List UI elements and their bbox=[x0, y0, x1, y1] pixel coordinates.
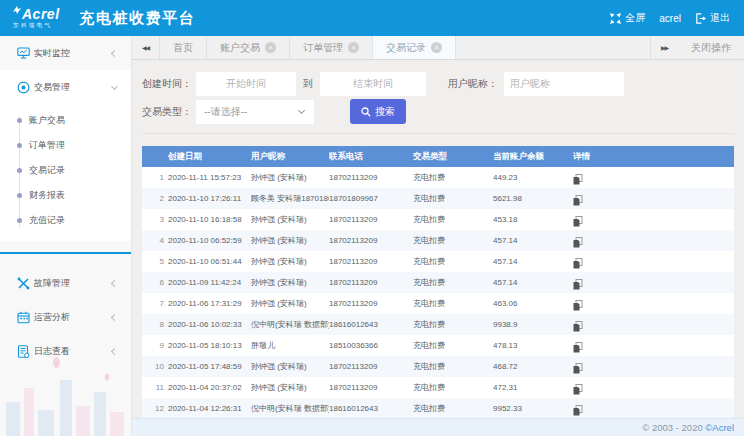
sidebar-item-label: 实时监控 bbox=[34, 47, 70, 60]
sidebar-item-label: 交易管理 bbox=[34, 81, 70, 94]
logo-text: Acrel bbox=[22, 7, 60, 21]
table-row: 8 2020-11-06 10:02:33 倪中明(安科瑞 数据部)18 186… bbox=[142, 314, 734, 335]
nickname-label: 用户昵称： bbox=[448, 77, 498, 91]
charging-billing-platform: Acrel 安科瑞电气 充电桩收费平台 全屏 acrel bbox=[0, 0, 744, 436]
chevron-down-icon bbox=[298, 107, 305, 114]
tab-account-trade[interactable]: 账户交易 × bbox=[207, 36, 290, 59]
fullscreen-label: 全屏 bbox=[625, 11, 645, 25]
tab-transaction-records[interactable]: 交易记录 × bbox=[373, 36, 456, 59]
cell-phone: 18702113209 bbox=[329, 377, 413, 398]
tab-close-icon[interactable]: × bbox=[431, 42, 442, 53]
table-row: 4 2020-11-10 06:52:59 孙钟强 (安科瑞) 18702113… bbox=[142, 230, 734, 251]
row-index: 7 bbox=[142, 293, 168, 314]
transaction-type-select[interactable]: --请选择-- bbox=[196, 100, 314, 124]
cell-date: 2020-11-06 10:02:33 bbox=[168, 314, 251, 335]
cell-date: 2020-11-11 15:57:23 bbox=[168, 167, 251, 188]
sidebar-item-operation-analysis[interactable]: 运营分析 bbox=[0, 300, 131, 334]
page-title: 充电桩收费平台 bbox=[80, 9, 196, 28]
cell-type: 充电扣费 bbox=[413, 377, 493, 398]
close-operations-dropdown[interactable]: 关闭操作 bbox=[678, 36, 744, 59]
table-row: 10 2020-11-05 17:48:59 孙钟强 (安科瑞) 1870211… bbox=[142, 356, 734, 377]
acrel-logo: Acrel 安科瑞电气 bbox=[13, 7, 60, 29]
sidebar-item-fault-management[interactable]: 故障管理 bbox=[0, 266, 131, 300]
col-nickname: 用户昵称 bbox=[251, 146, 329, 167]
sidebar-item-account-trade[interactable]: 账户交易 bbox=[0, 108, 131, 133]
cell-balance: 457.14 bbox=[493, 251, 573, 272]
transaction-type-label: 交易类型： bbox=[142, 105, 196, 119]
tabs-scroll-right-button[interactable]: ▶▶ bbox=[650, 36, 678, 59]
cell-type: 充电扣费 bbox=[413, 167, 493, 188]
table-row: 2 2020-11-10 17:26:11 顾冬美 安科瑞1870180 187… bbox=[142, 188, 734, 209]
sidebar-item-label: 运营分析 bbox=[34, 311, 70, 324]
submenu-item-label: 订单管理 bbox=[29, 139, 65, 152]
sidebar-watermark bbox=[0, 356, 130, 436]
tab-order-management[interactable]: 订单管理 × bbox=[290, 36, 373, 59]
sidebar-item-transaction-management[interactable]: 交易管理 bbox=[0, 70, 131, 104]
detail-copy-icon[interactable] bbox=[573, 172, 583, 188]
detail-copy-icon[interactable] bbox=[573, 340, 583, 356]
cell-type: 充电扣费 bbox=[413, 356, 493, 377]
end-time-input[interactable] bbox=[320, 72, 426, 96]
sidebar-item-log-viewer[interactable]: 日志查看 bbox=[0, 334, 131, 368]
sidebar-item-financial-reports[interactable]: 财务报表 bbox=[0, 183, 131, 208]
chevron-down-icon bbox=[111, 82, 118, 89]
fullscreen-button[interactable]: 全屏 bbox=[610, 11, 645, 25]
cell-date: 2020-11-09 11:42:24 bbox=[168, 272, 251, 293]
cell-date: 2020-11-05 18:10:13 bbox=[168, 335, 251, 356]
table-header-row: 创建日期 用户昵称 联系电话 交易类型 当前账户余额 详情 bbox=[142, 146, 734, 167]
tab-home[interactable]: 首页 bbox=[160, 36, 207, 59]
tabs-scroll-left-button[interactable]: ◀◀ bbox=[132, 36, 160, 59]
cell-balance: 449.23 bbox=[493, 167, 573, 188]
cell-phone: 18510036366 bbox=[329, 335, 413, 356]
logout-button[interactable]: 退出 bbox=[695, 11, 730, 25]
sidebar-item-label: 日志查看 bbox=[34, 345, 70, 358]
cell-balance: 463.06 bbox=[493, 293, 573, 314]
detail-copy-icon[interactable] bbox=[573, 235, 583, 251]
sidebar-item-order-management[interactable]: 订单管理 bbox=[0, 133, 131, 158]
tab-label: 交易记录 bbox=[386, 41, 426, 55]
detail-copy-icon[interactable] bbox=[573, 214, 583, 230]
detail-copy-icon[interactable] bbox=[573, 319, 583, 335]
col-create-date: 创建日期 bbox=[168, 146, 251, 167]
detail-copy-icon[interactable] bbox=[573, 256, 583, 272]
detail-copy-icon[interactable] bbox=[573, 403, 583, 419]
search-button[interactable]: 搜索 bbox=[350, 99, 406, 124]
detail-copy-icon[interactable] bbox=[573, 298, 583, 314]
row-index: 10 bbox=[142, 356, 168, 377]
detail-copy-icon[interactable] bbox=[573, 277, 583, 293]
bullet-icon bbox=[17, 118, 22, 123]
tab-close-icon[interactable]: × bbox=[265, 42, 276, 53]
sidebar-item-recharge-records[interactable]: 充值记录 bbox=[0, 208, 131, 233]
cell-balance: 457.14 bbox=[493, 230, 573, 251]
logout-label: 退出 bbox=[710, 11, 730, 25]
cell-nickname: 胖墩儿 bbox=[251, 335, 329, 356]
sidebar-item-label: 故障管理 bbox=[34, 277, 70, 290]
table-body: 1 2020-11-11 15:57:23 孙钟强 (安科瑞) 18702113… bbox=[142, 167, 734, 419]
tab-close-icon[interactable]: × bbox=[348, 42, 359, 53]
table-row: 12 2020-11-04 12:26:31 倪中明(安科瑞 数据部)18 18… bbox=[142, 398, 734, 419]
app-header: Acrel 安科瑞电气 充电桩收费平台 全屏 acrel bbox=[0, 0, 744, 36]
row-index: 9 bbox=[142, 335, 168, 356]
filter-row-1: 创建时间： 到 用户昵称： bbox=[142, 71, 734, 96]
submenu-item-label: 交易记录 bbox=[29, 164, 65, 177]
detail-copy-icon[interactable] bbox=[573, 361, 583, 377]
acrel-link[interactable]: ©Acrel bbox=[705, 422, 734, 433]
bullet-icon bbox=[17, 168, 22, 173]
col-phone: 联系电话 bbox=[329, 146, 413, 167]
submenu-item-label: 财务报表 bbox=[29, 189, 65, 202]
col-balance: 当前账户余额 bbox=[493, 146, 573, 167]
start-time-input[interactable] bbox=[196, 72, 296, 96]
detail-copy-icon[interactable] bbox=[573, 193, 583, 209]
cell-nickname: 孙钟强 (安科瑞) bbox=[251, 167, 329, 188]
nickname-input[interactable] bbox=[504, 72, 624, 96]
cell-balance: 468.72 bbox=[493, 356, 573, 377]
sidebar-item-transaction-records[interactable]: 交易记录 bbox=[0, 158, 131, 183]
search-filters: 创建时间： 到 用户昵称： 交易类型： --请选择-- 搜 bbox=[132, 61, 744, 134]
table-row: 1 2020-11-11 15:57:23 孙钟强 (安科瑞) 18702113… bbox=[142, 167, 734, 188]
detail-copy-icon[interactable] bbox=[573, 382, 583, 398]
cell-date: 2020-11-10 06:51:44 bbox=[168, 251, 251, 272]
search-button-label: 搜索 bbox=[375, 105, 395, 119]
sidebar-item-realtime-monitor[interactable]: 实时监控 bbox=[0, 36, 131, 70]
current-user[interactable]: acrel bbox=[659, 13, 681, 24]
cell-balance: 472.31 bbox=[493, 377, 573, 398]
